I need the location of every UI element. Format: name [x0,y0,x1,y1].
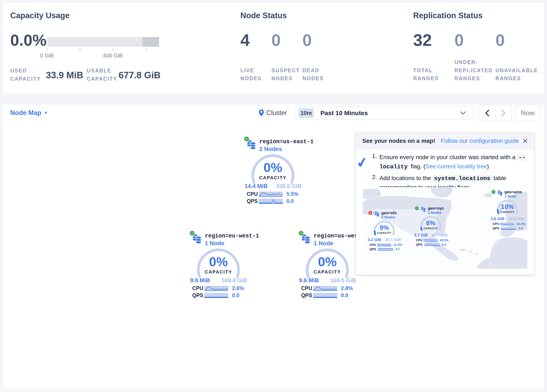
cpu-label: CPU [416,238,424,242]
inline-code: system.locations [433,175,492,182]
capacity-axis-tick [47,48,47,51]
breadcrumb-cluster-label: Cluster [266,109,287,117]
capacity-usage-bar-segment [142,37,159,47]
capacity-used-value: 14.4 MiB [245,183,268,190]
capacity-total-value: 169.4 GiB [221,277,247,284]
cpu-sparkline [424,239,438,242]
qps-value: 4.7 [395,247,400,251]
capacity-word: CAPACITY [373,232,396,234]
cpu-label: CPU [301,285,313,291]
capacity-total-value: 35.1 GiB [385,237,401,242]
capacity-total-value: 65.7 GiB [432,233,448,237]
inline-link[interactable]: See current locality tree [425,163,487,170]
total-ranges-count: 32 [413,32,432,48]
cpu-value: 42.5% [440,238,449,242]
node-map-canvas: ✓ region=us-east-1 2 Nodes 0% CAPACITY 1… [3,121,544,389]
database-stack-icon [421,206,426,212]
unavailable-ranges-count: 0 [495,32,505,48]
used-capacity-label: USED CAPACITY [10,67,48,83]
qps-label: QPS [369,247,378,251]
cpu-value: 11.0% [393,243,402,247]
dead-nodes-label: DEAD NODES [302,66,328,83]
chevron-left-icon [485,110,490,117]
capacity-used-value: 3.6 GiB [491,217,504,221]
live-nodes-label: LIVE NODES [240,66,266,83]
qps-value: 0.0 [287,198,294,204]
cpu-label: CPU [492,222,500,226]
configuration-guide-link[interactable]: Follow our configuration guide [441,138,519,144]
used-capacity-value: 33.9 MiB [46,70,83,80]
world-map-preview: 1 geo=sfo 2 Nodes [363,187,527,269]
capacity-total-value: 169.5 GiB [330,277,356,284]
qps-label: QPS [301,292,313,298]
region-label: region=eu-west-1 [205,233,259,239]
cpu-sparkline [259,192,283,197]
dead-nodes-count: 0 [302,32,312,48]
cpu-label: CPU [192,285,204,291]
capacity-gauge: 10% CAPACITY [496,199,519,216]
capacity-gauge: 9% CAPACITY [373,220,396,237]
capacity-word: CAPACITY [251,175,295,180]
capacity-usage-bar [47,37,159,47]
status-error-icon: 1 [368,211,373,215]
cpu-value: 5.5% [287,191,298,197]
capacity-axis-tick [113,48,113,51]
time-range-label: Past 10 Minutes [320,110,368,117]
qps-sparkline [204,293,228,298]
capacity-gauge: 0% CAPACITY [251,154,295,186]
qps-sparkline [501,227,516,230]
time-range-dropdown[interactable]: 10m Past 10 Minutes [295,107,473,120]
cluster-summary-panel: Capacity Usage 0.0% 0 GiB 400 GiB USED C… [3,2,544,94]
capacity-gauge: 0% CAPACITY [305,248,349,280]
under-replicated-ranges-count: 0 [454,32,464,48]
capacity-used-value: 9.9 MiB [190,277,210,284]
region-node-count[interactable]: 1 Node [314,240,333,247]
cpu-sparkline [377,243,391,246]
capacity-gauge: 6% CAPACITY [419,216,442,233]
status-ok-icon: ✓ [244,136,249,142]
page-bottom-gutter [0,389,547,392]
region-node-count[interactable]: 2 Nodes [259,146,282,152]
close-icon[interactable]: × [522,137,528,145]
qps-value: 0.0 [341,292,348,298]
capacity-total-value: 34.4 GiB [508,217,524,221]
capacity-percent: 6% [419,220,442,227]
popup-title: See your nodes on a map! [362,138,435,144]
now-button[interactable]: Now [515,105,540,121]
setup-step-1: 1. Ensure every node in your cluster was… [369,153,526,171]
toolbar-divider [287,106,287,120]
view-selector-dropdown[interactable]: Node Map ▾ [10,104,47,121]
map-pin-icon [259,110,264,116]
live-nodes-count: 4 [240,32,250,48]
region-label: region=us-east-1 [259,139,314,145]
inline-text: Ensure every node in your cluster was st… [379,154,517,160]
capacity-percent: 0% [251,160,295,175]
cpu-value: 2.6% [232,285,244,291]
suspect-nodes-count: 0 [271,32,281,48]
geo-node-count: 1 Node [505,194,522,199]
usable-capacity-value: 677.8 GiB [118,70,161,80]
map-node-geo-ams[interactable]: ✓ geo=ams 1 Node [490,190,525,230]
capacity-gauge: 0% CAPACITY [196,248,240,280]
inline-text: flag. ( [409,163,425,170]
qps-value: 0.0 [232,292,239,298]
time-step-forward-button[interactable] [495,105,512,121]
qps-label: QPS [247,198,259,204]
cpu-sparkline [500,222,514,225]
breadcrumb[interactable]: Cluster [259,104,287,121]
checkmark-icon: ✔ [355,153,370,172]
qps-label: QPS [192,292,204,298]
map-node-geo-sfo[interactable]: 1 geo=sfo 2 Nodes [367,211,402,251]
cpu-label: CPU [247,191,259,197]
map-node-geo-nyc[interactable]: ✓ geo=nyc 2 Nodes [413,206,449,246]
region-node-count[interactable]: 1 Node [205,240,224,247]
step-text: Ensure every node in your cluster was st… [379,153,526,171]
geo-node-count: 2 Nodes [381,215,397,220]
time-range-badge: 10m [299,108,314,118]
capacity-axis-tick [146,48,146,51]
status-ok-icon: ✓ [415,206,419,210]
capacity-percent: 0% [305,254,349,269]
time-step-back-button[interactable] [479,105,495,121]
capacity-used-value: 9.6 MiB [299,277,319,284]
capacity-percent: 10% [496,203,519,211]
